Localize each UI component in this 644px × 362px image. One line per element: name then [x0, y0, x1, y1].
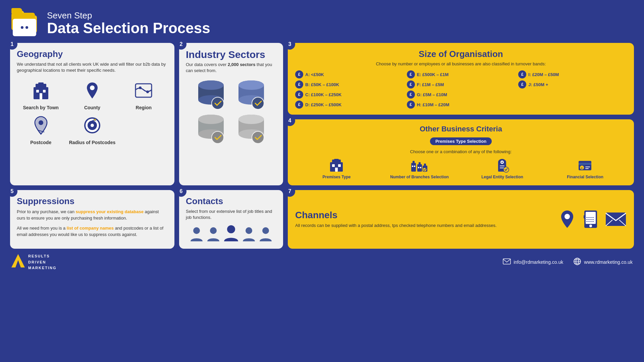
phone-icon [582, 209, 600, 229]
band-label-b: B: £50K – £100K [305, 82, 339, 87]
band-icon-d: £ [295, 101, 303, 109]
svg-rect-82 [588, 219, 590, 220]
svg-rect-86 [588, 221, 590, 222]
svg-rect-46 [412, 166, 413, 167]
header: Seven Step Data Selection Process [10, 9, 634, 36]
svg-point-89 [589, 225, 592, 227]
postcode-icon [29, 114, 53, 137]
svg-point-6 [90, 85, 95, 90]
svg-rect-90 [606, 213, 626, 226]
band-g: £ G: £5M – £10M [407, 90, 515, 99]
svg-rect-53 [424, 164, 426, 166]
band-icon-j: £ [518, 80, 526, 88]
band-h: £ H: £10M – £20M [407, 101, 515, 109]
header-folder-icon [10, 9, 40, 36]
legal-icon [494, 158, 510, 173]
footer-website-text: www.rdmarketing.co.uk [584, 259, 633, 265]
band-empty-1 [518, 90, 627, 99]
svg-point-68 [193, 227, 200, 234]
geography-card: 1 Geography We understand that not all c… [10, 43, 174, 185]
step-5-badge: 5 [7, 186, 17, 197]
premises-type-item: Premises Type [300, 158, 373, 180]
svg-rect-79 [590, 217, 592, 218]
band-label-d: D: £250K – £500K [305, 102, 341, 107]
person-icon-1 [189, 226, 204, 243]
band-label-g: G: £5M – £10M [417, 92, 447, 97]
header-title: Data Selection Process [47, 21, 210, 36]
band-label-e: E: £500K – £1M [417, 72, 449, 77]
other-subtitle: Choose one or a combination of any of th… [295, 149, 627, 154]
band-d: £ D: £250K – £500K [295, 101, 404, 109]
svg-rect-50 [418, 167, 419, 168]
industry-body: Our data covers over 2,000 sectors that … [186, 62, 276, 74]
logo-text: RESULTS DRIVEN MARKETING [28, 253, 57, 271]
svg-rect-3 [36, 90, 39, 93]
svg-rect-51 [420, 167, 421, 168]
suppress-link-2: list of company names [67, 226, 114, 231]
geo-item-postcode: Postcode [17, 114, 65, 145]
premises-icon [329, 158, 344, 173]
svg-point-72 [262, 227, 269, 234]
person-icon-5 [258, 226, 273, 243]
svg-point-10 [39, 120, 43, 125]
radius-icon [80, 114, 104, 137]
location-icon [558, 209, 576, 229]
svg-rect-85 [586, 221, 588, 222]
svg-point-27 [252, 97, 264, 109]
contacts-title: Contacts [186, 196, 276, 206]
suppressions-body1: Prior to any purchase, we can suppress y… [17, 208, 168, 222]
premises-badge: Premises Type Selection [430, 137, 492, 145]
svg-point-15 [91, 124, 94, 127]
step-6-badge: 6 [176, 186, 186, 197]
svg-point-8 [139, 86, 142, 89]
logo-line-2: DRIVEN [28, 259, 57, 265]
band-icon-h: £ [407, 101, 415, 109]
step-4-badge: 4 [284, 115, 295, 126]
geo-icons-grid: Search by Town County [17, 79, 168, 145]
financial-icon: £ [577, 158, 593, 173]
financial-item: £ Financial Selection [549, 158, 622, 180]
svg-rect-2 [38, 82, 44, 85]
geo-label-radius: Radius of Postcodes [69, 140, 115, 145]
band-i: £ I: £20M – £50M [518, 70, 627, 78]
band-b: £ B: £50K – £100K [295, 80, 404, 88]
svg-rect-49 [419, 162, 421, 165]
band-icon-g: £ [407, 90, 415, 99]
channels-text: Channels All records can be supplied wit… [295, 210, 551, 229]
svg-rect-83 [590, 219, 592, 220]
band-icon-e: £ [407, 70, 415, 78]
svg-point-54 [423, 168, 427, 172]
svg-rect-7 [136, 84, 152, 97]
premises-type-label: Premises Type [323, 175, 351, 180]
svg-point-26 [238, 80, 264, 90]
svg-rect-80 [592, 217, 594, 218]
industry-highlight: 2,000 sectors [228, 62, 255, 67]
geo-label-county: County [84, 105, 100, 110]
svg-point-32 [212, 131, 224, 143]
globe-icon [573, 257, 581, 267]
band-icon-i: £ [518, 70, 526, 78]
people-icons [186, 224, 276, 243]
svg-rect-41 [332, 164, 335, 167]
svg-rect-87 [590, 221, 592, 222]
svg-rect-40 [334, 159, 339, 161]
band-label-h: H: £10M – £20M [417, 102, 449, 107]
svg-rect-77 [586, 217, 588, 218]
step-2-badge: 2 [176, 39, 186, 50]
size-subtitle: Choose by number or employees or all bus… [295, 61, 627, 66]
logo-line-3: MARKETING [28, 265, 57, 271]
footer: RESULTS DRIVEN MARKETING info@rdmarketin… [10, 253, 634, 271]
channels-icons [558, 209, 627, 229]
svg-point-22 [212, 97, 224, 109]
svg-rect-4 [43, 90, 46, 93]
region-icon [132, 79, 155, 102]
svg-rect-76 [584, 215, 585, 219]
svg-rect-78 [588, 217, 590, 218]
footer-links: info@rdmarketing.co.uk www.rdmarketing.c… [503, 257, 633, 267]
svg-point-21 [198, 80, 224, 90]
geo-label-postcode: Postcode [30, 140, 51, 145]
other-card: 4 Other Business Criteria Premises Type … [288, 119, 634, 185]
band-icon-c: £ [295, 90, 303, 99]
svg-rect-59 [500, 166, 504, 166]
svg-point-36 [238, 115, 264, 124]
